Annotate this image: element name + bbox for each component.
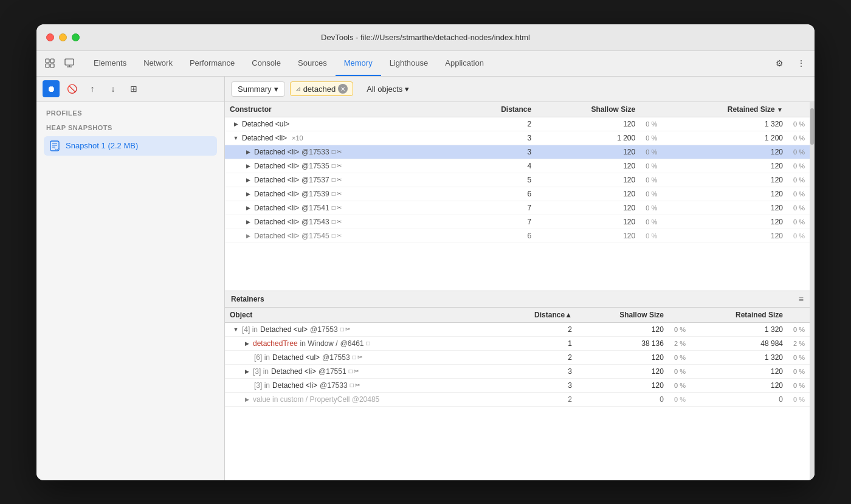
- node-scissors-icon[interactable]: ✂: [337, 190, 342, 197]
- expand-icon[interactable]: ▶: [244, 176, 252, 184]
- retainer-row[interactable]: ▼ [4] in Detached <ul> @17553 □ ✂: [225, 322, 810, 336]
- expand-icon[interactable]: ▶: [244, 204, 252, 212]
- node-scissors-icon[interactable]: ✂: [337, 162, 342, 169]
- col-retained-size[interactable]: Retained Size ▼: [662, 102, 788, 117]
- sidebar-toolbar: ⏺ 🚫 ↑ ↓ ⊞: [36, 77, 224, 102]
- retainers-table[interactable]: Object Distance▲ Shallow Size Retained S…: [225, 308, 810, 429]
- tab-sources[interactable]: Sources: [289, 50, 336, 76]
- expand-icon[interactable]: ▶: [244, 218, 252, 226]
- summary-dropdown[interactable]: Summary ▾: [231, 81, 285, 97]
- node-copy-icon[interactable]: □: [367, 340, 370, 347]
- col-object[interactable]: Object: [225, 308, 496, 323]
- node-scissors-icon[interactable]: ✂: [337, 176, 342, 183]
- retainer-row[interactable]: [6] in Detached <ul> @17553 □ ✂: [225, 350, 810, 364]
- download-button[interactable]: ↓: [105, 80, 122, 97]
- node-copy-icon[interactable]: □: [349, 368, 353, 375]
- filter-chip: ⊿ detached ✕: [290, 81, 354, 96]
- compare-button[interactable]: ⊞: [125, 80, 142, 97]
- expand-icon[interactable]: ▼: [232, 134, 239, 142]
- retainer-row[interactable]: [3] in Detached <li> @17533 □ ✂: [225, 378, 810, 392]
- col-distance-asc[interactable]: Distance▲: [496, 308, 577, 323]
- upper-table[interactable]: Constructor Distance Shallow Size Retain…: [225, 102, 810, 291]
- table-row[interactable]: ▶ Detached <li> @17537 □ ✂: [225, 173, 810, 187]
- table-row[interactable]: ▶ Detached <li> @17533 □ ✂: [225, 145, 810, 159]
- objects-chevron-icon: ▾: [405, 85, 409, 94]
- col-shallow-size-ret[interactable]: Shallow Size: [577, 308, 669, 323]
- table-row[interactable]: ▶ Detached <li> @17545 □ ✂: [225, 229, 810, 243]
- node-copy-icon[interactable]: □: [332, 176, 336, 183]
- node-scissors-icon[interactable]: ✂: [355, 382, 360, 388]
- tab-application[interactable]: Application: [436, 50, 492, 76]
- col-shallow-size[interactable]: Shallow Size: [536, 102, 640, 117]
- snapshot-icon: [49, 140, 61, 152]
- table-row[interactable]: ▶ Detached <li> @17543 □ ✂: [225, 215, 810, 229]
- col-retained-pct: [788, 102, 810, 117]
- node-scissors-icon[interactable]: ✂: [345, 326, 350, 333]
- navbar: Elements Network Performance Console Sou…: [36, 51, 815, 77]
- node-scissors-icon[interactable]: ✂: [357, 354, 362, 361]
- close-button[interactable]: [46, 33, 54, 41]
- expand-icon[interactable]: ▶: [244, 162, 252, 170]
- node-scissors-icon[interactable]: ✂: [337, 232, 342, 239]
- retainer-row[interactable]: ▶ [3] in Detached <li> @17551 □ ✂: [225, 364, 810, 378]
- col-constructor[interactable]: Constructor: [225, 102, 459, 117]
- scrollbar[interactable]: [810, 102, 815, 480]
- traffic-lights: [46, 33, 80, 41]
- objects-dropdown[interactable]: All objects ▾: [360, 82, 415, 96]
- inspect-icon[interactable]: [61, 55, 78, 72]
- more-icon[interactable]: ⋮: [793, 55, 810, 72]
- node-copy-icon[interactable]: □: [332, 162, 336, 169]
- clear-button[interactable]: 🚫: [63, 80, 80, 97]
- sidebar: ⏺ 🚫 ↑ ↓ ⊞ Profiles Heap snapshots: [36, 77, 225, 480]
- expand-icon[interactable]: ▶: [243, 368, 250, 375]
- tab-memory[interactable]: Memory: [336, 50, 381, 76]
- expand-icon[interactable]: ▶: [243, 340, 250, 347]
- table-row[interactable]: ▶ Detached <li> @17535 □ ✂: [225, 159, 810, 173]
- col-distance[interactable]: Distance: [459, 102, 536, 117]
- table-row[interactable]: ▶ Detached <li> @17541 □ ✂: [225, 201, 810, 215]
- node-scissors-icon[interactable]: ✂: [337, 148, 342, 155]
- node-scissors-icon[interactable]: ✂: [337, 218, 342, 225]
- maximize-button[interactable]: [72, 33, 80, 41]
- node-copy-icon[interactable]: □: [332, 218, 336, 225]
- snapshot-item[interactable]: Snapshot 1 (2.2 MB): [44, 136, 217, 156]
- tab-performance[interactable]: Performance: [181, 50, 243, 76]
- node-copy-icon[interactable]: □: [340, 326, 344, 333]
- retainer-row[interactable]: ▶ detachedTree in Window / @6461 □: [225, 336, 810, 350]
- table-row[interactable]: ▶ Detached <ul> 2 120 0 % 1 320 0 %: [225, 117, 810, 131]
- scroll-thumb[interactable]: [810, 108, 814, 145]
- node-copy-icon[interactable]: □: [332, 190, 336, 197]
- expand-icon[interactable]: ▶: [232, 120, 239, 128]
- record-button[interactable]: ⏺: [43, 80, 60, 97]
- devtools-icon[interactable]: [41, 55, 58, 72]
- expand-icon[interactable]: ▼: [232, 326, 239, 333]
- node-scissors-icon[interactable]: ✂: [337, 204, 342, 211]
- table-row[interactable]: ▼ Detached <li> ×10 3 1 200 0 % 1 200: [225, 131, 810, 145]
- node-copy-icon[interactable]: □: [350, 382, 354, 388]
- tab-network[interactable]: Network: [135, 50, 181, 76]
- expand-icon[interactable]: ▶: [244, 190, 252, 198]
- tab-lighthouse[interactable]: Lighthouse: [381, 50, 437, 76]
- node-copy-icon[interactable]: □: [332, 204, 336, 211]
- expand-icon[interactable]: ▶: [243, 396, 250, 403]
- node-copy-icon[interactable]: □: [332, 148, 336, 155]
- expand-icon[interactable]: ▶: [244, 148, 252, 156]
- node-scissors-icon[interactable]: ✂: [354, 368, 359, 375]
- node-copy-icon[interactable]: □: [353, 354, 356, 361]
- retainer-row[interactable]: ▶ value in custom / PropertyCell @20485 …: [225, 392, 810, 406]
- table-row[interactable]: ▶ Detached <li> @17539 □ ✂: [225, 187, 810, 201]
- expand-icon[interactable]: ▶: [244, 232, 252, 240]
- node-copy-icon[interactable]: □: [332, 232, 336, 239]
- svg-rect-4: [65, 59, 74, 65]
- tables-column: Constructor Distance Shallow Size Retain…: [225, 102, 810, 480]
- retainers-menu-icon[interactable]: ≡: [799, 294, 804, 304]
- svg-rect-1: [50, 59, 54, 63]
- upload-button[interactable]: ↑: [84, 80, 101, 97]
- col-retained-size-ret[interactable]: Retained Size: [691, 308, 788, 323]
- settings-icon[interactable]: ⚙: [771, 55, 788, 72]
- tab-elements[interactable]: Elements: [85, 50, 135, 76]
- tab-console[interactable]: Console: [243, 50, 289, 76]
- minimize-button[interactable]: [59, 33, 67, 41]
- heap-snapshots-label: Heap snapshots: [44, 124, 217, 131]
- filter-close-button[interactable]: ✕: [338, 84, 348, 94]
